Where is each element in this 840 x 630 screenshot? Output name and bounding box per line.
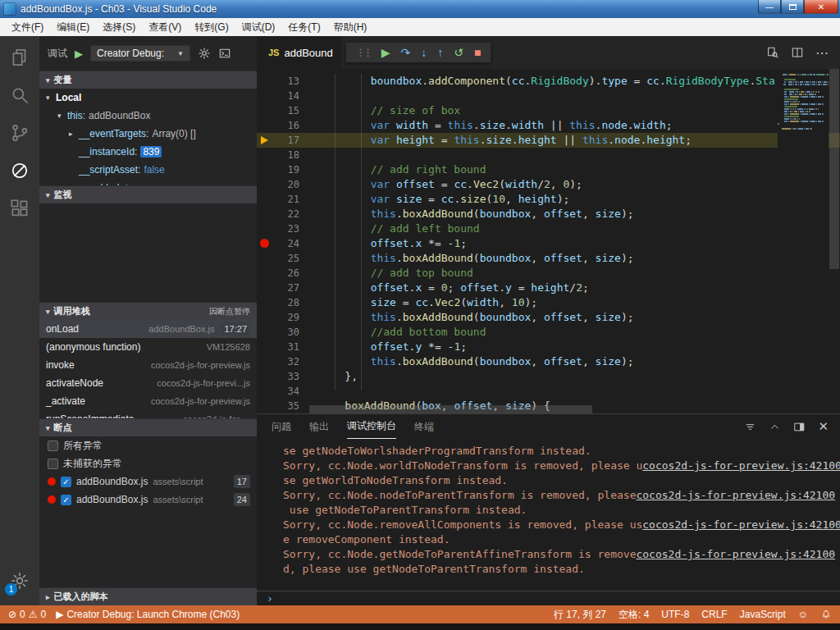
variable-row[interactable]: _enabled:true <box>39 179 257 185</box>
editor-gutter[interactable]: 19 <box>257 162 309 177</box>
editor-gutter[interactable]: 14 <box>257 89 309 103</box>
restart-button[interactable]: ↺ <box>454 47 463 58</box>
editor-gutter[interactable]: 13 <box>257 74 309 89</box>
console-source-link[interactable]: cocos2d-js-for-preview.js:42100 <box>636 547 835 562</box>
settings-gear-icon[interactable]: 1 <box>8 569 31 592</box>
callstack-frame[interactable]: runSceneImmediatecocos2d-js-for-... <box>39 410 257 418</box>
breakpoint-checkbox[interactable]: ✓ <box>61 477 71 487</box>
code-line[interactable]: 29 this.boxAddBound(boundbox, offset, si… <box>257 310 840 325</box>
code-line[interactable]: 13 boundbox.addComponent(cc.RigidBody).t… <box>257 74 840 89</box>
editor-gutter[interactable]: 34 <box>257 384 309 399</box>
debug-launch-status[interactable]: ▶ Creator Debug: Launch Chrome (Ch03) <box>56 609 240 620</box>
console-source-link[interactable]: cocos2d-js-for-preview.js:42100 <box>642 459 840 473</box>
menu-item-1[interactable]: 编辑(E) <box>50 19 96 36</box>
feedback-smiley-icon[interactable]: ☺ <box>798 609 808 620</box>
callstack-frame[interactable]: onLoadaddBoundBox.js17:27 <box>39 320 257 338</box>
section-header-callstack[interactable]: ▾ 调用堆栈 因断点暂停 <box>39 302 257 320</box>
maximize-button[interactable] <box>781 0 804 14</box>
debug-console-input[interactable]: › <box>257 591 840 605</box>
problems-status[interactable]: ⊘ 0 ⚠ 0 <box>8 609 46 620</box>
code-line[interactable]: 28 size = cc.Vec2(width, 10); <box>257 295 840 310</box>
horizontal-scrollbar[interactable] <box>309 405 766 413</box>
continue-button[interactable]: ▶ <box>381 47 390 58</box>
launch-config-select[interactable]: Creator Debug: ▼ <box>90 45 190 62</box>
code-line[interactable]: 17 var height = this.size.height || this… <box>257 133 840 148</box>
console-source-link[interactable]: cocos2d-js-for-preview.js:42100 <box>642 518 840 532</box>
stop-button[interactable]: ■ <box>474 47 481 58</box>
code-line[interactable]: 25 this.boxAddBound(boundbox, offset, si… <box>257 251 840 266</box>
editor-gutter[interactable]: 28 <box>257 295 309 310</box>
panel-tab-0[interactable]: 问题 <box>272 414 291 439</box>
code-editor[interactable]: 13 boundbox.addComponent(cc.RigidBody).t… <box>257 69 840 413</box>
console-source-link[interactable]: cocos2d-js-for-preview.js:42100 <box>636 488 835 503</box>
breakpoint-checkbox[interactable] <box>48 459 58 469</box>
code-line[interactable]: 30 //add bottom bound <box>257 325 840 340</box>
split-editor-icon[interactable] <box>791 46 804 59</box>
step-out-button[interactable]: ↑ <box>437 47 443 58</box>
search-icon[interactable] <box>8 84 31 107</box>
close-panel-icon[interactable]: ✕ <box>818 419 829 434</box>
code-line[interactable]: 33 }, <box>257 369 840 384</box>
code-line[interactable]: 34 <box>257 384 840 399</box>
step-into-button[interactable]: ↓ <box>421 47 427 58</box>
code-line[interactable]: 20 var offset = cc.Vec2(width/2, 0); <box>257 177 840 192</box>
section-header-watch[interactable]: ▾ 监视 <box>39 185 257 203</box>
filter-icon[interactable] <box>744 421 756 433</box>
more-actions-icon[interactable]: ⋯ <box>815 45 829 61</box>
maximize-panel-icon[interactable] <box>769 421 781 433</box>
menu-item-6[interactable]: 任务(T) <box>281 19 326 36</box>
editor-gutter[interactable]: 23 <box>257 221 309 236</box>
menu-item-5[interactable]: 调试(D) <box>235 19 282 36</box>
code-line[interactable]: 18 <box>257 148 840 162</box>
editor-gutter[interactable]: 35 <box>257 399 309 413</box>
breakpoint-item[interactable]: ✓addBoundBox.jsassets\script17 <box>39 472 257 491</box>
source-control-icon[interactable] <box>8 121 31 144</box>
code-line[interactable]: 26 // add top bound <box>257 266 840 281</box>
start-debug-icon[interactable]: ▶ <box>75 48 83 60</box>
panel-layout-icon[interactable] <box>793 421 806 433</box>
editor-gutter[interactable]: 25 <box>257 251 309 266</box>
editor-gutter[interactable]: 31 <box>257 340 309 354</box>
editor-gutter[interactable]: 24 <box>257 236 309 251</box>
cursor-position-status[interactable]: 行 17, 列 27 <box>554 608 606 622</box>
callstack-frame[interactable]: (anonymous function)VM125628 <box>39 338 257 356</box>
callstack-frame[interactable]: invokecocos2d-js-for-preview.js <box>39 356 257 374</box>
menu-item-7[interactable]: 帮助(H) <box>327 19 374 36</box>
notifications-bell-icon[interactable] <box>820 609 832 620</box>
code-line[interactable]: 32 this.boxAddBound(boundbox, offset, si… <box>257 354 840 369</box>
eol-status[interactable]: CRLF <box>701 609 727 620</box>
language-status[interactable]: JavaScript <box>740 609 786 620</box>
breakpoint-item[interactable]: 所有异常 <box>39 436 257 454</box>
breakpoint-checkbox[interactable] <box>48 441 58 451</box>
breakpoint-item[interactable]: ✓addBoundBox.jsassets\script24 <box>39 491 257 509</box>
editor-gutter[interactable]: 16 <box>257 118 309 133</box>
encoding-status[interactable]: UTF-8 <box>661 609 689 620</box>
editor-gutter[interactable]: 26 <box>257 266 309 281</box>
configure-gear-icon[interactable] <box>198 47 211 60</box>
breakpoint-checkbox[interactable]: ✓ <box>61 495 71 505</box>
code-line[interactable]: 24 offset.x *= -1; <box>257 236 840 251</box>
editor-gutter[interactable]: 22 <box>257 207 309 221</box>
minimize-button[interactable]: — <box>758 0 781 14</box>
panel-tab-3[interactable]: 终端 <box>414 414 434 439</box>
editor-tab[interactable]: JS addBound <box>257 36 341 69</box>
variable-row[interactable]: ▸__eventTargets:Array(0) [] <box>39 125 257 143</box>
code-line[interactable]: 14 <box>257 89 840 103</box>
code-line[interactable]: 19 // add right bound <box>257 162 840 177</box>
editor-gutter[interactable]: 32 <box>257 354 309 369</box>
menu-item-0[interactable]: 文件(F) <box>5 19 50 36</box>
code-line[interactable]: 15 // size of box <box>257 103 840 118</box>
editor-gutter[interactable]: 21 <box>257 192 309 207</box>
panel-tab-1[interactable]: 输出 <box>309 414 329 439</box>
code-line[interactable]: 27 offset.x = 0; offset.y = height/2; <box>257 281 840 295</box>
section-header-loaded-scripts[interactable]: ▸ 已载入的脚本 <box>39 587 257 605</box>
menu-item-2[interactable]: 选择(S) <box>96 19 142 36</box>
drag-grip-icon[interactable]: ⋮⋮ <box>356 47 371 58</box>
editor-gutter[interactable]: 30 <box>257 325 309 340</box>
debug-console-icon[interactable] <box>218 47 231 60</box>
panel-tab-2[interactable]: 调试控制台 <box>347 414 396 439</box>
vertical-scrollbar[interactable] <box>829 69 840 413</box>
code-line[interactable]: 22 this.boxAddBound(boundbox, offset, si… <box>257 207 840 221</box>
code-line[interactable]: 16 var width = this.size.width || this.n… <box>257 118 840 133</box>
editor-gutter[interactable]: 17 <box>257 133 309 148</box>
